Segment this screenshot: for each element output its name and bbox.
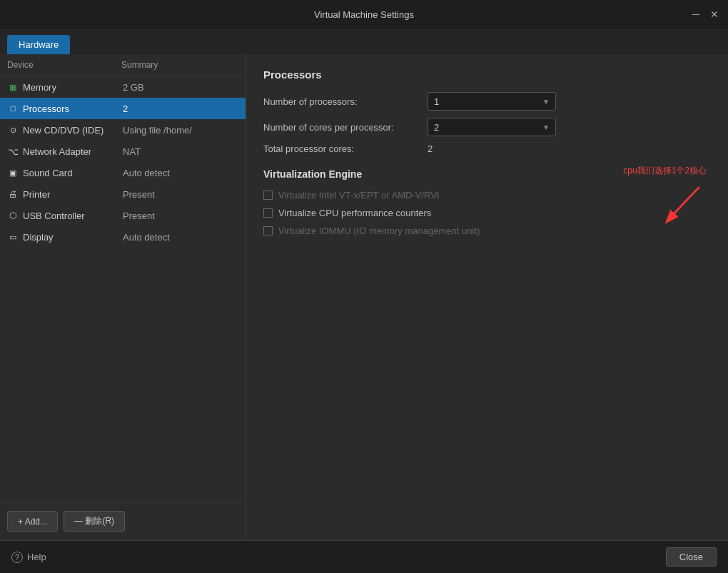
device-panel: Device Summary ▦ Memory 2 GB □ Processor… [0, 54, 246, 540]
cores-per-processor-row: Number of cores per processor: 2 ▼ [263, 118, 711, 136]
device-row-sound[interactable]: ▣ Sound Card Auto detect [0, 162, 246, 183]
summary-col-header: Summary [121, 60, 158, 70]
num-processors-arrow-icon: ▼ [542, 98, 550, 106]
display-name: Display [23, 232, 123, 243]
cores-per-processor-value: 2 [434, 122, 542, 133]
device-list-header: Device Summary [0, 54, 246, 76]
help-icon: ? [11, 552, 23, 563]
help-label: Help [27, 552, 46, 562]
usb-icon: ⬡ [7, 210, 19, 221]
annotation: cpu我们选择1个2核心 [623, 165, 707, 230]
settings-panel: Processors Number of processors: 1 ▼ Num… [246, 54, 728, 540]
help-button[interactable]: ? Help [11, 552, 46, 563]
dvd-icon: ⊙ [7, 124, 19, 136]
cpu-counters-label: Virtualize CPU performance counters [278, 208, 431, 218]
num-processors-label: Number of processors: [263, 96, 428, 107]
device-col-header: Device [7, 60, 121, 70]
network-summary: NAT [123, 146, 238, 157]
memory-icon: ▦ [7, 81, 19, 93]
memory-name: Memory [23, 82, 123, 93]
sound-summary: Auto detect [123, 168, 238, 178]
num-processors-dropdown[interactable]: 1 ▼ [428, 92, 556, 111]
device-panel-footer: + Add... — 删除(R) [0, 502, 246, 540]
annotation-text: cpu我们选择1个2核心 [623, 165, 707, 177]
cpu-counters-checkbox[interactable] [263, 208, 273, 218]
usb-summary: Present [123, 211, 238, 221]
iommu-label: Virtualize IOMMU (IO memory management u… [278, 225, 480, 236]
device-row-usb[interactable]: ⬡ USB Controller Present [0, 205, 246, 226]
printer-name: Printer [23, 189, 123, 200]
printer-icon: 🖨 [7, 188, 19, 200]
processors-name: Processors [23, 103, 123, 114]
num-processors-row: Number of processors: 1 ▼ [263, 92, 711, 111]
sound-name: Sound Card [23, 168, 123, 178]
display-summary: Auto detect [123, 232, 238, 243]
vt-x-checkbox[interactable] [263, 191, 273, 200]
memory-summary: 2 GB [123, 82, 238, 93]
sound-icon: ▣ [7, 167, 19, 178]
total-cores-label: Total processor cores: [263, 143, 428, 154]
titlebar: Virtual Machine Settings ─ ✕ [0, 0, 728, 29]
iommu-checkbox[interactable] [263, 226, 273, 235]
device-row-display[interactable]: ▭ Display Auto detect [0, 226, 246, 248]
device-list: ▦ Memory 2 GB □ Processors 2 ⊙ New CD/DV… [0, 76, 246, 502]
cores-per-processor-dropdown[interactable]: 2 ▼ [428, 118, 556, 136]
total-cores-value: 2 [428, 143, 433, 154]
printer-summary: Present [123, 189, 238, 200]
processors-section-title: Processors [263, 69, 711, 81]
display-icon: ▭ [7, 231, 19, 243]
cores-per-processor-label: Number of cores per processor: [263, 122, 428, 133]
remove-button[interactable]: — 删除(R) [64, 511, 125, 532]
close-bottom-button[interactable]: Close [666, 547, 717, 567]
device-row-printer[interactable]: 🖨 Printer Present [0, 183, 246, 205]
tab-bar: Hardware [0, 29, 728, 54]
main-content: Device Summary ▦ Memory 2 GB □ Processor… [0, 54, 728, 540]
minimize-button[interactable]: ─ [689, 8, 702, 21]
processors-icon: □ [7, 103, 19, 114]
processors-summary: 2 [123, 103, 238, 114]
device-row-dvd[interactable]: ⊙ New CD/DVD (IDE) Using file /home/ [0, 119, 246, 141]
vt-x-label: Virtualize Intel VT-x/EPT or AMD-V/RVI [278, 190, 439, 201]
window-title: Virtual Machine Settings [314, 9, 414, 20]
device-row-processors[interactable]: □ Processors 2 [0, 98, 246, 119]
add-button[interactable]: + Add... [7, 511, 58, 532]
total-cores-row: Total processor cores: 2 [263, 143, 711, 154]
dvd-name: New CD/DVD (IDE) [23, 125, 123, 136]
window-controls: ─ ✕ [689, 8, 721, 21]
annotation-arrow [649, 180, 707, 230]
network-name: Network Adapter [23, 146, 123, 157]
bottom-bar: ? Help Close [0, 540, 728, 573]
usb-name: USB Controller [23, 211, 123, 221]
device-row-memory[interactable]: ▦ Memory 2 GB [0, 76, 246, 98]
close-button[interactable]: ✕ [708, 8, 721, 21]
dvd-summary: Using file /home/ [123, 125, 238, 136]
network-icon: ⌥ [7, 146, 19, 157]
num-processors-value: 1 [434, 96, 542, 107]
device-row-network[interactable]: ⌥ Network Adapter NAT [0, 141, 246, 162]
cores-per-processor-arrow-icon: ▼ [542, 123, 550, 131]
tab-hardware[interactable]: Hardware [7, 35, 70, 54]
